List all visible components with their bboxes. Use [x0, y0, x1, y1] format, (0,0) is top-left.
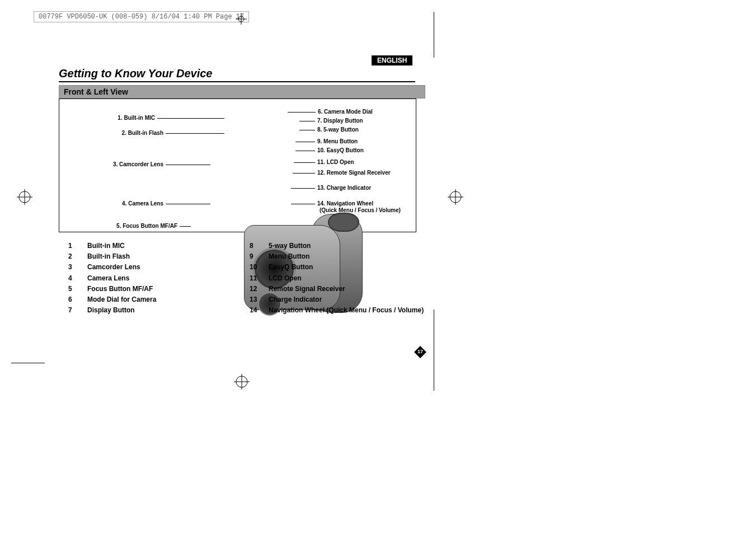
- cut-line: [434, 310, 434, 391]
- registration-mark-icon: [448, 189, 463, 207]
- section-heading: Front & Left View: [59, 85, 425, 99]
- legend-item: 85-way Button: [250, 241, 424, 251]
- legend-item: 13Charge Indicator: [250, 294, 424, 305]
- callout-left: 2. Built-in Flash: [70, 130, 227, 136]
- callout-right: 12. Remote Signal Receiver: [290, 170, 391, 176]
- legend-col-left: 1Built-in MIC 2Built-in Flash 3Camcorder…: [68, 241, 156, 316]
- registration-mark-icon: [234, 374, 250, 392]
- crop-mark-top: [236, 13, 247, 27]
- legend-col-right: 85-way Button 9Menu Button 10EasyQ Butto…: [250, 241, 424, 316]
- page-number: 17: [414, 346, 426, 358]
- callout-left: 3. Camcorder Lens: [62, 161, 213, 167]
- legend-item: 14Navigation Wheel (Quick Menu / Focus /…: [250, 305, 424, 316]
- callout-right: 13. Charge Indicator: [289, 185, 371, 191]
- cut-line: [11, 363, 45, 363]
- callout-left: 5. Focus Button MF/AF: [64, 223, 193, 229]
- legend-item: 10EasyQ Button: [250, 262, 424, 273]
- page: 00779F VPD6050-UK (008-059) 8/16/04 1:40…: [0, 0, 756, 534]
- legend-item: 12Remote Signal Receiver: [250, 284, 424, 294]
- legend-item: 7Display Button: [68, 305, 156, 316]
- legend-item: 5Focus Button MF/AF: [68, 284, 156, 294]
- cut-line: [434, 12, 434, 58]
- callout-right: 7. Display Button: [297, 118, 363, 124]
- legend-item: 3Camcorder Lens: [68, 262, 156, 273]
- legend-item: 1Built-in MIC: [68, 241, 156, 251]
- callout-left: 1. Built-in MIC: [81, 115, 227, 121]
- legend-item: 9Menu Button: [250, 251, 424, 262]
- callout-right: 6. Camera Mode Dial: [285, 109, 373, 115]
- legend-item: 4Camera Lens: [68, 273, 156, 284]
- language-badge: ENGLISH: [372, 55, 412, 65]
- callout-right: 8. 5-way Button: [297, 127, 359, 133]
- legend-item: 2Built-in Flash: [68, 251, 156, 262]
- callout-right: 11. LCD Open: [292, 159, 354, 165]
- callout-right: 10. EasyQ Button: [293, 147, 364, 153]
- callout-left: 4. Camera Lens: [67, 200, 213, 207]
- callout-right: 9. Menu Button: [293, 138, 358, 144]
- callout-right: 14. Navigation Wheel: [289, 200, 373, 207]
- registration-mark-icon: [17, 189, 32, 207]
- page-title: Getting to Know Your Device: [59, 67, 212, 80]
- title-rule: [59, 81, 415, 82]
- legend-item: 11LCD Open: [250, 273, 424, 284]
- legend-item: 6Mode Dial for Camera: [68, 294, 156, 305]
- file-header-slug: 00779F VPD6050-UK (008-059) 8/16/04 1:40…: [34, 11, 249, 22]
- callout-right-sub: (Quick Menu / Focus / Volume): [320, 207, 401, 213]
